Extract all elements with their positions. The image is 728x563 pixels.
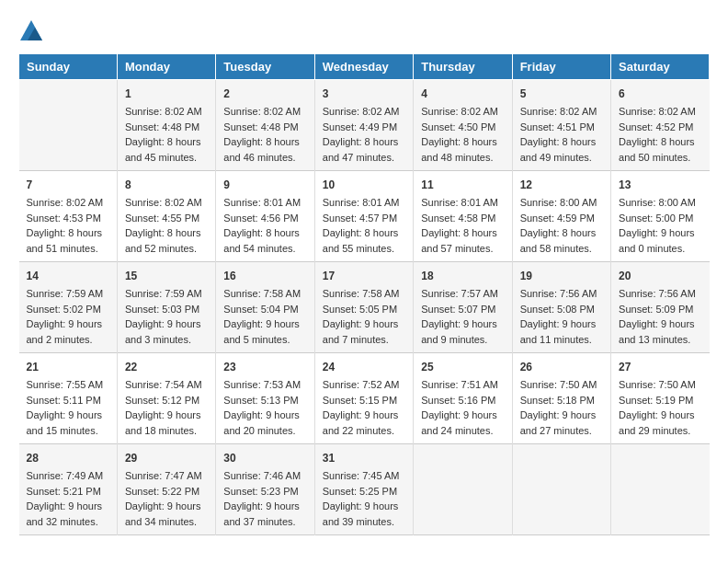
day-number: 11: [421, 177, 504, 193]
day-number: 5: [520, 86, 603, 102]
header-cell-thursday: Thursday: [414, 54, 512, 80]
week-row-2: 7Sunrise: 8:02 AM Sunset: 4:53 PM Daylig…: [19, 171, 710, 262]
calendar-cell: 31Sunrise: 7:45 AM Sunset: 5:25 PM Dayli…: [314, 444, 413, 535]
calendar-cell: 7Sunrise: 8:02 AM Sunset: 4:53 PM Daylig…: [19, 171, 118, 262]
day-info: Sunrise: 8:02 AM Sunset: 4:51 PM Dayligh…: [520, 104, 603, 165]
calendar-header: SundayMondayTuesdayWednesdayThursdayFrid…: [19, 54, 710, 80]
day-number: 26: [520, 359, 603, 375]
day-info: Sunrise: 8:01 AM Sunset: 4:56 PM Dayligh…: [223, 195, 306, 256]
day-number: 24: [323, 359, 405, 375]
day-info: Sunrise: 8:01 AM Sunset: 4:57 PM Dayligh…: [323, 195, 405, 256]
calendar-cell: 12Sunrise: 8:00 AM Sunset: 4:59 PM Dayli…: [512, 171, 610, 262]
day-info: Sunrise: 7:59 AM Sunset: 5:03 PM Dayligh…: [125, 286, 208, 347]
header-cell-wednesday: Wednesday: [314, 54, 413, 80]
day-info: Sunrise: 7:56 AM Sunset: 5:09 PM Dayligh…: [619, 286, 701, 347]
day-number: 23: [223, 359, 306, 375]
header-cell-monday: Monday: [117, 54, 215, 80]
day-number: 22: [125, 359, 208, 375]
day-info: Sunrise: 7:50 AM Sunset: 5:18 PM Dayligh…: [520, 377, 603, 438]
calendar-cell: 26Sunrise: 7:50 AM Sunset: 5:18 PM Dayli…: [512, 353, 610, 444]
calendar-cell: 15Sunrise: 7:59 AM Sunset: 5:03 PM Dayli…: [117, 262, 215, 353]
day-info: Sunrise: 7:49 AM Sunset: 5:21 PM Dayligh…: [27, 468, 109, 529]
calendar-cell: [611, 444, 710, 535]
day-number: 13: [619, 177, 701, 193]
day-info: Sunrise: 7:58 AM Sunset: 5:05 PM Dayligh…: [323, 286, 405, 347]
calendar-cell: 22Sunrise: 7:54 AM Sunset: 5:12 PM Dayli…: [117, 353, 215, 444]
header-cell-friday: Friday: [512, 54, 610, 80]
day-number: 17: [323, 268, 405, 284]
calendar-cell: 11Sunrise: 8:01 AM Sunset: 4:58 PM Dayli…: [414, 171, 512, 262]
calendar-cell: 28Sunrise: 7:49 AM Sunset: 5:21 PM Dayli…: [19, 444, 118, 535]
day-info: Sunrise: 7:55 AM Sunset: 5:11 PM Dayligh…: [27, 377, 109, 438]
day-info: Sunrise: 7:58 AM Sunset: 5:04 PM Dayligh…: [223, 286, 306, 347]
week-row-3: 14Sunrise: 7:59 AM Sunset: 5:02 PM Dayli…: [19, 262, 710, 353]
day-number: 14: [27, 268, 109, 284]
week-row-1: 1Sunrise: 8:02 AM Sunset: 4:48 PM Daylig…: [19, 80, 710, 171]
day-info: Sunrise: 8:02 AM Sunset: 4:50 PM Dayligh…: [421, 104, 504, 165]
day-number: 3: [323, 86, 405, 102]
calendar-cell: 2Sunrise: 8:02 AM Sunset: 4:48 PM Daylig…: [216, 80, 314, 171]
calendar-cell: 8Sunrise: 8:02 AM Sunset: 4:55 PM Daylig…: [117, 171, 215, 262]
day-number: 10: [323, 177, 405, 193]
calendar-cell: 23Sunrise: 7:53 AM Sunset: 5:13 PM Dayli…: [216, 353, 314, 444]
calendar-cell: 30Sunrise: 7:46 AM Sunset: 5:23 PM Dayli…: [216, 444, 314, 535]
day-number: 30: [223, 450, 306, 466]
calendar-cell: [19, 80, 118, 171]
calendar-cell: 4Sunrise: 8:02 AM Sunset: 4:50 PM Daylig…: [414, 80, 512, 171]
calendar-cell: 6Sunrise: 8:02 AM Sunset: 4:52 PM Daylig…: [611, 80, 710, 171]
calendar-cell: 14Sunrise: 7:59 AM Sunset: 5:02 PM Dayli…: [19, 262, 118, 353]
calendar-cell: 3Sunrise: 8:02 AM Sunset: 4:49 PM Daylig…: [314, 80, 413, 171]
header: [18, 18, 710, 44]
day-number: 20: [619, 268, 701, 284]
day-number: 18: [421, 268, 504, 284]
day-number: 1: [125, 86, 208, 102]
calendar-cell: 1Sunrise: 8:02 AM Sunset: 4:48 PM Daylig…: [117, 80, 215, 171]
day-number: 31: [323, 450, 405, 466]
day-info: Sunrise: 8:02 AM Sunset: 4:55 PM Dayligh…: [125, 195, 208, 256]
calendar-cell: 20Sunrise: 7:56 AM Sunset: 5:09 PM Dayli…: [611, 262, 710, 353]
calendar-table: SundayMondayTuesdayWednesdayThursdayFrid…: [18, 53, 710, 535]
day-number: 9: [223, 177, 306, 193]
day-info: Sunrise: 8:02 AM Sunset: 4:49 PM Dayligh…: [323, 104, 405, 165]
calendar-cell: 25Sunrise: 7:51 AM Sunset: 5:16 PM Dayli…: [414, 353, 512, 444]
day-info: Sunrise: 7:45 AM Sunset: 5:25 PM Dayligh…: [323, 468, 405, 529]
day-info: Sunrise: 7:52 AM Sunset: 5:15 PM Dayligh…: [323, 377, 405, 438]
day-info: Sunrise: 7:46 AM Sunset: 5:23 PM Dayligh…: [223, 468, 306, 529]
week-row-4: 21Sunrise: 7:55 AM Sunset: 5:11 PM Dayli…: [19, 353, 710, 444]
day-info: Sunrise: 8:01 AM Sunset: 4:58 PM Dayligh…: [421, 195, 504, 256]
day-number: 7: [27, 177, 109, 193]
day-info: Sunrise: 7:56 AM Sunset: 5:08 PM Dayligh…: [520, 286, 603, 347]
calendar-cell: 21Sunrise: 7:55 AM Sunset: 5:11 PM Dayli…: [19, 353, 118, 444]
calendar-cell: 18Sunrise: 7:57 AM Sunset: 5:07 PM Dayli…: [414, 262, 512, 353]
day-info: Sunrise: 8:00 AM Sunset: 5:00 PM Dayligh…: [619, 195, 701, 256]
day-info: Sunrise: 7:57 AM Sunset: 5:07 PM Dayligh…: [421, 286, 504, 347]
day-number: 15: [125, 268, 208, 284]
header-cell-sunday: Sunday: [19, 54, 118, 80]
calendar-cell: 29Sunrise: 7:47 AM Sunset: 5:22 PM Dayli…: [117, 444, 215, 535]
day-number: 19: [520, 268, 603, 284]
day-info: Sunrise: 7:53 AM Sunset: 5:13 PM Dayligh…: [223, 377, 306, 438]
day-info: Sunrise: 8:02 AM Sunset: 4:52 PM Dayligh…: [619, 104, 701, 165]
logo-icon: [18, 18, 44, 44]
calendar-body: 1Sunrise: 8:02 AM Sunset: 4:48 PM Daylig…: [19, 80, 710, 535]
header-row: SundayMondayTuesdayWednesdayThursdayFrid…: [19, 54, 710, 80]
day-number: 21: [27, 359, 109, 375]
day-info: Sunrise: 7:50 AM Sunset: 5:19 PM Dayligh…: [619, 377, 701, 438]
day-number: 4: [421, 86, 504, 102]
week-row-5: 28Sunrise: 7:49 AM Sunset: 5:21 PM Dayli…: [19, 444, 710, 535]
day-number: 28: [27, 450, 109, 466]
calendar-cell: 9Sunrise: 8:01 AM Sunset: 4:56 PM Daylig…: [216, 171, 314, 262]
logo: [18, 18, 48, 44]
day-info: Sunrise: 7:54 AM Sunset: 5:12 PM Dayligh…: [125, 377, 208, 438]
day-info: Sunrise: 8:02 AM Sunset: 4:53 PM Dayligh…: [27, 195, 109, 256]
day-number: 6: [619, 86, 701, 102]
calendar-cell: 27Sunrise: 7:50 AM Sunset: 5:19 PM Dayli…: [611, 353, 710, 444]
day-number: 12: [520, 177, 603, 193]
calendar-cell: [414, 444, 512, 535]
calendar-cell: 24Sunrise: 7:52 AM Sunset: 5:15 PM Dayli…: [314, 353, 413, 444]
header-cell-tuesday: Tuesday: [216, 54, 314, 80]
day-info: Sunrise: 8:00 AM Sunset: 4:59 PM Dayligh…: [520, 195, 603, 256]
calendar-cell: 19Sunrise: 7:56 AM Sunset: 5:08 PM Dayli…: [512, 262, 610, 353]
calendar-cell: [512, 444, 610, 535]
day-number: 2: [223, 86, 306, 102]
